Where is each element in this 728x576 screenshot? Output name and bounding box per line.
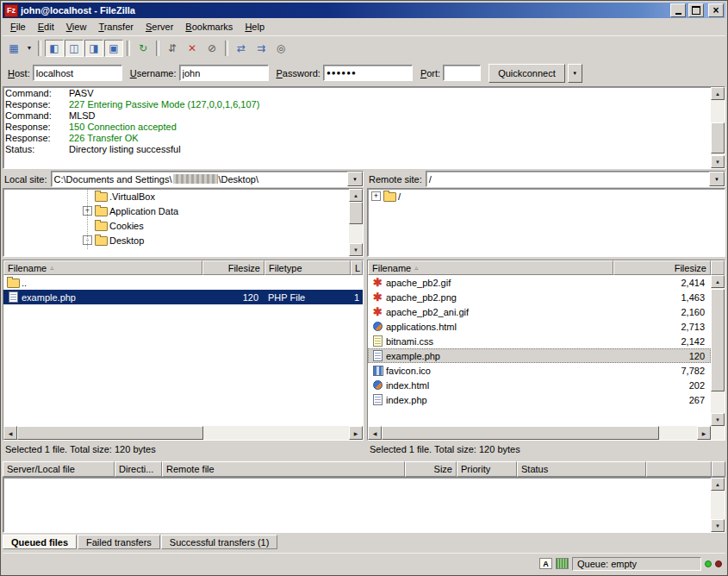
title-bar[interactable]: Fz john@localhost - FileZilla ×	[3, 3, 725, 18]
port-input[interactable]	[443, 65, 481, 81]
site-manager-dropdown-button[interactable]: ▼	[24, 40, 34, 57]
host-input[interactable]	[33, 65, 122, 81]
menu-item-file[interactable]: File	[4, 20, 32, 34]
local-site-combo[interactable]: C:\Documents and Settings\\Desktop\ ▼	[51, 171, 364, 187]
tree-item-cookies[interactable]: Cookies	[3, 218, 349, 233]
tab-successful-transfers[interactable]: Successful transfers (1)	[161, 535, 278, 549]
toggle-remote-tree-button[interactable]: ◨	[84, 40, 103, 57]
directory-comparison-button[interactable]: ⇄	[232, 40, 251, 57]
directory-trees: .VirtualBox +Application Data Cookies -D…	[3, 188, 725, 257]
scroll-right-icon[interactable]: ▶	[697, 426, 711, 440]
column-header-priority[interactable]: Priority	[457, 461, 517, 477]
column-header-filename[interactable]: Filename▵	[3, 260, 202, 275]
process-queue-button[interactable]: ⇵	[163, 40, 182, 57]
file-row[interactable]: applications.html2,713	[368, 319, 711, 334]
maximize-button[interactable]	[688, 3, 704, 17]
password-input[interactable]	[323, 65, 413, 81]
tree-item-desktop[interactable]: -Desktop	[3, 233, 349, 247]
log-scrollbar[interactable]: ▲ ▼	[711, 87, 725, 168]
find-files-button[interactable]: ◎	[271, 40, 290, 57]
menu-item-help[interactable]: Help	[239, 20, 271, 34]
file-row[interactable]: ✱apache_pb2.png1,463	[368, 290, 711, 304]
synchronized-browsing-button[interactable]: ⇉	[252, 40, 271, 57]
column-header-size[interactable]: Size	[405, 461, 457, 477]
image-file-icon: ✱	[373, 306, 383, 317]
scroll-down-icon[interactable]: ▼	[711, 519, 725, 532]
disconnect-button[interactable]: ⊘	[202, 40, 221, 57]
file-row-example-php[interactable]: example.php120	[368, 348, 711, 363]
remote-path: /	[426, 172, 709, 186]
menu-item-server[interactable]: Server	[140, 20, 179, 34]
remote-site-dropdown-button[interactable]: ▼	[709, 172, 725, 186]
scroll-up-icon[interactable]: ▲	[711, 87, 725, 100]
scroll-right-icon[interactable]: ▶	[349, 426, 363, 440]
scroll-left-icon[interactable]: ◀	[3, 426, 17, 440]
local-tree-icon: ◫	[69, 43, 78, 53]
toggle-local-tree-button[interactable]: ◫	[65, 40, 84, 57]
toggle-queue-button[interactable]: ▣	[104, 40, 123, 57]
scrollbar-thumb[interactable]	[711, 122, 725, 153]
tree-item-root[interactable]: +/	[368, 189, 725, 203]
close-button[interactable]: ×	[708, 3, 724, 17]
tab-queued-files[interactable]: Queued files	[3, 535, 77, 549]
minimize-button[interactable]	[670, 3, 686, 17]
quickconnect-button[interactable]: Quickconnect	[488, 64, 565, 83]
file-row[interactable]: index.html202	[368, 378, 711, 392]
column-header-server-local-file[interactable]: Server/Local file	[3, 461, 115, 477]
column-header-filesize[interactable]: Filesize	[613, 260, 711, 275]
file-row[interactable]: bitnami.css2,142	[368, 334, 711, 348]
cancel-operation-button[interactable]: ✕	[183, 40, 202, 57]
toggle-message-log-button[interactable]: ◧	[45, 40, 64, 57]
quickconnect-dropdown-button[interactable]: ▼	[568, 64, 582, 83]
tab-failed-transfers[interactable]: Failed transfers	[78, 535, 160, 549]
file-row-parent-dir[interactable]: ..	[3, 275, 363, 290]
scrollbar-thumb[interactable]	[382, 426, 659, 440]
queue-scrollbar[interactable]: ▲ ▼	[711, 478, 725, 532]
remote-list-scrollbar[interactable]: ▲ ▼	[711, 275, 725, 426]
data-type-icon[interactable]: A	[539, 558, 552, 569]
column-header-lastmodified[interactable]: L	[351, 260, 363, 275]
scroll-up-icon[interactable]: ▲	[711, 275, 725, 288]
tree-item-virtualbox[interactable]: .VirtualBox	[3, 189, 349, 203]
scroll-up-icon[interactable]: ▲	[349, 189, 363, 202]
file-row[interactable]: ✱apache_pb2_ani.gif2,160	[368, 304, 711, 319]
toolbar-separator	[127, 41, 130, 56]
menu-item-edit[interactable]: Edit	[32, 20, 60, 34]
scrollbar-thumb[interactable]	[349, 202, 363, 225]
refresh-button[interactable]: ↻	[134, 40, 152, 57]
scroll-up-icon[interactable]: ▲	[711, 478, 725, 491]
file-row[interactable]: ✱apache_pb2.gif2,414	[368, 275, 711, 290]
folder-icon	[95, 236, 108, 246]
file-row[interactable]: index.php267	[368, 392, 711, 407]
speed-limits-icon[interactable]	[556, 558, 569, 569]
local-horizontal-scrollbar[interactable]: ◀ ▶	[3, 426, 363, 440]
scrollbar-thumb[interactable]	[17, 426, 203, 440]
scrollbar-thumb[interactable]	[711, 289, 725, 391]
menu-item-bookmarks[interactable]: Bookmarks	[179, 20, 239, 34]
expander-icon[interactable]: +	[371, 191, 381, 201]
column-header-filename[interactable]: Filename▵	[368, 260, 613, 275]
column-header-status[interactable]: Status	[517, 461, 646, 477]
column-header-direction[interactable]: Directi...	[115, 461, 162, 477]
file-row[interactable]: favicon.ico7,782	[368, 363, 711, 378]
column-header-filesize[interactable]: Filesize	[202, 260, 264, 275]
site-manager-button[interactable]: ▦	[4, 40, 23, 57]
remote-tree: +/	[367, 188, 725, 257]
scroll-left-icon[interactable]: ◀	[368, 426, 382, 440]
local-site-dropdown-button[interactable]: ▼	[347, 172, 363, 186]
menu-item-view[interactable]: View	[60, 20, 93, 34]
scroll-down-icon[interactable]: ▼	[711, 155, 725, 168]
menu-item-transfer[interactable]: Transfer	[92, 20, 140, 34]
file-row-example-php[interactable]: example.php 120 PHP File 1	[3, 290, 363, 304]
scroll-down-icon[interactable]: ▼	[349, 243, 363, 256]
scroll-down-icon[interactable]: ▼	[711, 413, 725, 426]
local-site-label: Local site:	[4, 174, 47, 185]
column-header-filetype[interactable]: Filetype	[264, 260, 351, 275]
local-tree-scrollbar[interactable]: ▲ ▼	[349, 189, 363, 256]
tree-item-application-data[interactable]: +Application Data	[3, 203, 349, 218]
transfer-queue-body: ▲ ▼	[3, 477, 725, 533]
remote-horizontal-scrollbar[interactable]: ◀ ▶	[368, 426, 725, 440]
username-input[interactable]	[179, 65, 269, 81]
remote-site-combo[interactable]: / ▼	[426, 171, 725, 187]
column-header-remote-file[interactable]: Remote file	[162, 461, 405, 477]
